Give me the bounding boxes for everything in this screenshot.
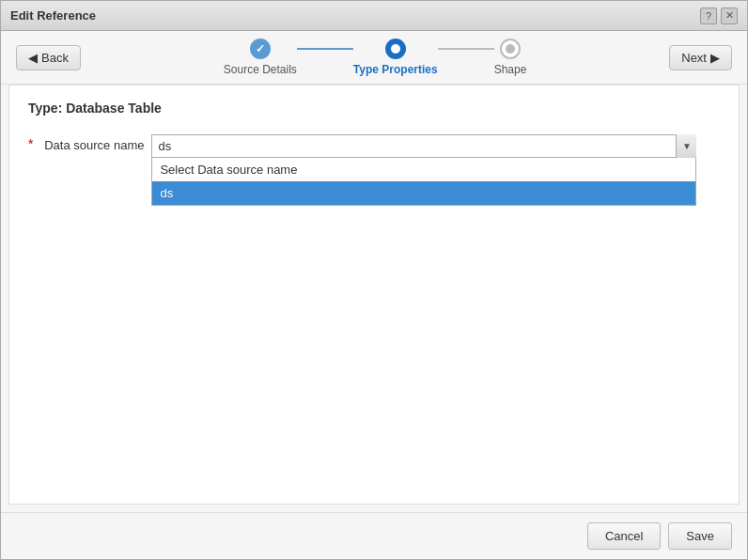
step-circle-inner-inactive [506,44,515,54]
step-label-shape: Shape [494,63,527,76]
datasource-dropdown-wrapper: ds ▼ Select Data source name ds [151,134,696,158]
step-label-type-properties: Type Properties [353,63,438,76]
dialog: Edit Reference ? ✕ ◀ Back ✓ Source Detai… [0,0,748,560]
cancel-button[interactable]: Cancel [587,522,661,550]
datasource-dropdown-list: Select Data source name ds [151,158,696,206]
title-bar: Edit Reference ? ✕ [1,1,747,31]
step-circle-shape [500,39,521,59]
next-chevron-icon: ▶ [710,51,720,65]
step-circle-source-details: ✓ [250,39,271,59]
type-header: Type: Database Table [28,101,720,116]
dropdown-option-ds[interactable]: ds [152,181,695,205]
step-line-1 [297,48,353,50]
help-icon-button[interactable]: ? [700,8,717,24]
datasource-dropdown-input[interactable]: ds [151,134,696,158]
toolbar: ◀ Back ✓ Source Details Type Properties [1,31,747,85]
step-label-source-details: Source Details [224,63,297,76]
title-icons: ? ✕ [700,8,738,24]
save-button[interactable]: Save [668,522,732,550]
form-row-datasource: * Data source name ds ▼ Select Data sour… [28,134,720,158]
stepper: ✓ Source Details Type Properties Shape [224,39,527,76]
required-star: * [28,136,33,151]
main-content: Type: Database Table * Data source name … [8,85,740,505]
step-circle-type-properties [385,39,406,59]
datasource-dropdown-arrow[interactable]: ▼ [676,134,696,158]
datasource-label: Data source name [40,134,144,152]
back-button[interactable]: ◀ Back [16,45,81,70]
step-type-properties[interactable]: Type Properties [353,39,438,76]
back-chevron-icon: ◀ [28,51,38,65]
checkmark-icon: ✓ [256,42,265,55]
dialog-title: Edit Reference [10,8,96,23]
datasource-selected-value: ds [158,139,171,153]
close-icon-button[interactable]: ✕ [721,8,738,24]
step-source-details[interactable]: ✓ Source Details [224,39,297,76]
footer: Cancel Save [1,512,747,559]
step-shape[interactable]: Shape [494,39,527,76]
step-circle-inner [391,44,400,54]
next-button[interactable]: Next ▶ [669,45,732,70]
dropdown-option-placeholder[interactable]: Select Data source name [152,158,695,181]
step-line-2 [438,48,494,50]
